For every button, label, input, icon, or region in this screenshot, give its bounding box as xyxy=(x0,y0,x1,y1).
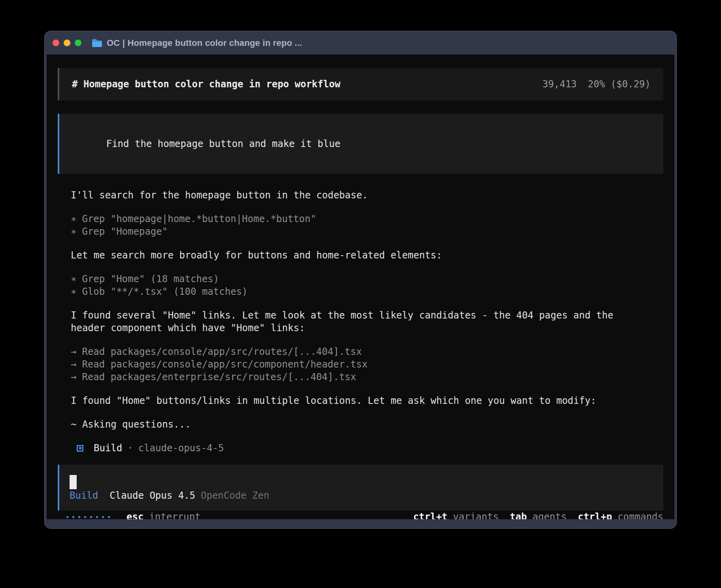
spinner-dot xyxy=(72,516,74,518)
tool-call-glob: ∗Glob "**/*.tsx" (100 matches) xyxy=(71,285,663,298)
session-header: # Homepage button color change in repo w… xyxy=(58,68,663,100)
active-agent-label: Build xyxy=(70,489,98,502)
terminal-window: OC | Homepage button color change in rep… xyxy=(44,31,677,529)
dot-separator: · xyxy=(127,442,133,454)
agent-name: Build xyxy=(94,442,122,454)
assistant-text: I found "Home" buttons/links in multiple… xyxy=(71,394,663,407)
tool-call-group: ∗Grep "Home" (18 matches) ∗Glob "**/*.ts… xyxy=(71,273,663,298)
session-stats: 39,413 20% ($0.29) xyxy=(542,78,651,90)
spinner-dot xyxy=(66,516,68,518)
assistant-text: header component which have "Home" links… xyxy=(71,322,663,334)
prompt-input[interactable]: Build Claude Opus 4.5 OpenCode Zen xyxy=(58,465,663,511)
tool-call-grep: ∗Grep "Home" (18 matches) xyxy=(71,273,663,285)
zoom-button[interactable] xyxy=(75,40,81,46)
asterisk-icon: ∗ xyxy=(71,226,76,237)
model-status-row: Build Claude Opus 4.5 OpenCode Zen xyxy=(70,489,653,502)
tool-call-read: →Read packages/console/app/src/routes/[.… xyxy=(71,345,663,358)
window-title: OC | Homepage button color change in rep… xyxy=(107,38,302,48)
spinner-dot xyxy=(90,516,92,518)
tool-call-grep: ∗Grep "Homepage" xyxy=(71,225,663,238)
status-line: ~ Asking questions... xyxy=(71,418,663,431)
keyboard-hints: ctrl+t variants tab agents ctrl+p comman… xyxy=(413,511,663,519)
spinner-dot xyxy=(78,516,80,518)
active-model-label: Claude Opus 4.5 xyxy=(109,489,195,502)
input-line[interactable] xyxy=(70,475,653,489)
context-usage: 20% ($0.29) xyxy=(588,78,651,90)
ctrl-p-key: ctrl+p xyxy=(578,511,612,519)
close-button[interactable] xyxy=(53,40,59,46)
arrow-right-icon: → xyxy=(71,371,76,383)
folder-icon xyxy=(92,39,102,47)
text-cursor xyxy=(70,475,77,489)
asterisk-icon: ∗ xyxy=(71,273,76,285)
assistant-text: Let me search more broadly for buttons a… xyxy=(71,249,663,262)
spinner-dot xyxy=(108,516,110,518)
assistant-paragraph: Let me search more broadly for buttons a… xyxy=(71,249,663,262)
assistant-paragraph: I'll search for the homepage button in t… xyxy=(71,189,663,202)
spinner-dot xyxy=(102,516,104,518)
spinner-dot xyxy=(96,516,98,518)
esc-hint: esc interrupt xyxy=(126,511,200,519)
assistant-transcript: I'll search for the homepage button in t… xyxy=(58,174,663,454)
assistant-text: I'll search for the homepage button in t… xyxy=(71,189,663,202)
user-message-text: Find the homepage button and make it blu… xyxy=(106,138,340,149)
tab-key: tab xyxy=(510,511,527,519)
esc-label: interrupt xyxy=(149,511,200,519)
esc-key: esc xyxy=(126,511,143,519)
asking-questions-status: ~ Asking questions... xyxy=(71,418,663,431)
agent-build-icon xyxy=(77,445,83,452)
window-titlebar: OC | Homepage button color change in rep… xyxy=(45,31,676,55)
tool-call-read: →Read packages/console/app/src/component… xyxy=(71,358,663,371)
traffic-lights xyxy=(53,40,81,46)
tool-call-grep: ∗Grep "homepage|home.*button|Home.*butto… xyxy=(71,213,663,225)
assistant-paragraph: I found "Home" buttons/links in multiple… xyxy=(71,394,663,407)
agent-turn-footer: Build · claude-opus-4-5 xyxy=(71,442,663,454)
token-count: 39,413 xyxy=(542,78,577,90)
window-bottom-chrome xyxy=(45,519,676,528)
working-spinner-dots xyxy=(66,516,110,518)
arrow-right-icon: → xyxy=(71,359,76,370)
tool-call-group: →Read packages/console/app/src/routes/[.… xyxy=(71,345,663,383)
agents-hint: tab agents xyxy=(510,511,567,519)
assistant-paragraph: I found several "Home" links. Let me loo… xyxy=(71,309,663,334)
spinner-dot xyxy=(84,516,86,518)
terminal-content: # Homepage button color change in repo w… xyxy=(47,55,674,519)
variants-hint: ctrl+t variants xyxy=(413,511,498,519)
arrow-right-icon: → xyxy=(71,346,76,357)
user-message: Find the homepage button and make it blu… xyxy=(58,114,663,174)
asterisk-icon: ∗ xyxy=(71,213,76,224)
assistant-text: I found several "Home" links. Let me loo… xyxy=(71,309,663,322)
asterisk-icon: ∗ xyxy=(71,286,76,297)
tool-call-read: →Read packages/enterprise/src/routes/[..… xyxy=(71,371,663,383)
agent-model: claude-opus-4-5 xyxy=(138,442,224,454)
window-title-group: OC | Homepage button color change in rep… xyxy=(92,38,302,48)
commands-hint: ctrl+p commands xyxy=(578,511,663,519)
status-bar: esc interrupt ctrl+t variants tab agents… xyxy=(58,511,663,519)
session-title: # Homepage button color change in repo w… xyxy=(72,78,340,90)
minimize-button[interactable] xyxy=(64,40,70,46)
model-provider-label: OpenCode Zen xyxy=(201,489,269,502)
tool-call-group: ∗Grep "homepage|home.*button|Home.*butto… xyxy=(71,213,663,238)
ctrl-t-key: ctrl+t xyxy=(413,511,447,519)
